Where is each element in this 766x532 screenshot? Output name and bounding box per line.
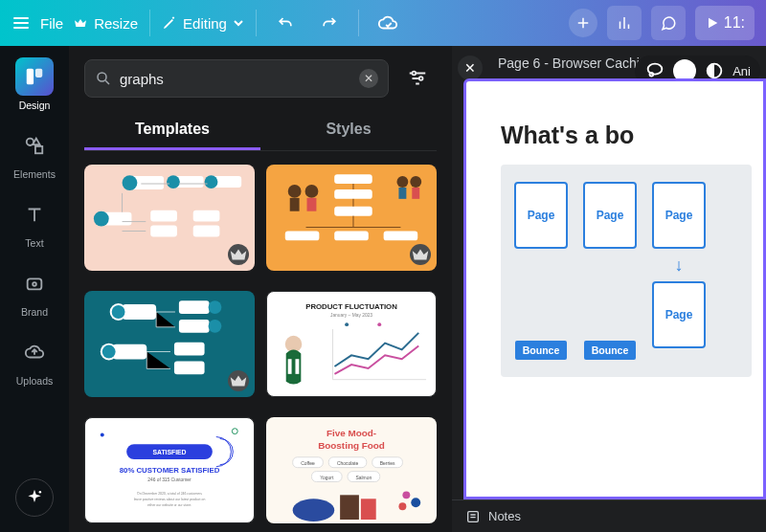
svg-text:leave positive reviews about o: leave positive reviews about our latest …: [134, 498, 206, 501]
svg-rect-19: [150, 226, 177, 237]
tab-styles[interactable]: Styles: [260, 111, 437, 150]
sidebar-item-label: Elements: [13, 168, 56, 180]
sidebar-item-label: Design: [19, 100, 51, 111]
svg-point-15: [205, 175, 218, 188]
resize-label: Resize: [94, 15, 138, 32]
pro-badge: [228, 244, 249, 265]
text-icon: [15, 195, 54, 233]
sidebar-item-brand[interactable]: Brand: [6, 264, 63, 318]
notes-label: Notes: [488, 509, 521, 523]
comment-button[interactable]: [651, 6, 686, 40]
design-icon: [15, 57, 54, 96]
svg-point-17: [94, 211, 109, 227]
svg-rect-0: [27, 69, 34, 85]
topbar: File Resize Editing 11:: [0, 0, 766, 46]
bounce-badge: Bounce: [515, 341, 568, 360]
sidebar-item-magic[interactable]: [6, 478, 63, 517]
svg-text:Yogurt: Yogurt: [320, 476, 334, 480]
present-button[interactable]: 11:: [695, 6, 755, 40]
sparkle-icon: [15, 478, 54, 517]
svg-rect-18: [150, 211, 177, 222]
svg-rect-41: [179, 320, 210, 333]
editing-mode[interactable]: Editing: [162, 15, 244, 32]
page-card: Page: [652, 182, 706, 249]
divider: [149, 10, 150, 36]
sidebar-item-label: Brand: [21, 306, 48, 318]
elements-icon: [15, 126, 54, 165]
sidebar: Design Elements Text Brand Uploads: [0, 46, 69, 532]
sidebar-item-text[interactable]: Text: [6, 195, 63, 249]
svg-text:Chocolate: Chocolate: [337, 461, 358, 466]
svg-point-28: [288, 185, 302, 198]
template-thumb[interactable]: [84, 165, 255, 271]
template-thumb[interactable]: [266, 165, 437, 271]
filter-button[interactable]: [398, 59, 437, 98]
svg-rect-24: [334, 207, 372, 216]
svg-rect-43: [113, 344, 147, 360]
svg-point-81: [398, 502, 406, 510]
sidebar-item-label: Text: [25, 237, 43, 249]
notes-icon: [465, 509, 481, 524]
sidebar-item-design[interactable]: Design: [6, 57, 63, 111]
svg-point-40: [209, 300, 222, 314]
svg-rect-78: [361, 499, 376, 520]
canvas-area: ✕ Ani Page 6 - Browser Caching expl... W…: [452, 46, 766, 532]
resize-button[interactable]: Resize: [73, 15, 138, 32]
analytics-button[interactable]: [607, 6, 642, 40]
svg-rect-3: [35, 146, 42, 153]
present-label: 11:: [724, 14, 745, 32]
svg-rect-22: [334, 174, 372, 184]
svg-rect-77: [340, 495, 359, 520]
svg-text:PRODUCT FLUCTUATION: PRODUCT FLUCTUATION: [305, 302, 397, 311]
template-thumb[interactable]: PRODUCT FLUCTUATIONJanuary – May 2023: [266, 291, 437, 397]
svg-rect-33: [398, 188, 406, 199]
svg-rect-23: [334, 189, 372, 199]
divider: [358, 10, 359, 36]
svg-point-32: [396, 176, 408, 188]
template-thumb[interactable]: SATISFIED80% CUSTOMER SATISFIED246 of 31…: [84, 417, 255, 523]
pro-badge: [228, 370, 249, 391]
pro-badge: [410, 244, 431, 265]
svg-text:80% CUSTOMER SATISFIED: 80% CUSTOMER SATISFIED: [120, 466, 220, 475]
crown-icon: [73, 15, 88, 31]
svg-point-8: [413, 72, 417, 76]
cloud-sync-icon[interactable]: [371, 6, 405, 40]
svg-rect-36: [123, 304, 157, 320]
menu-button[interactable]: [11, 13, 31, 33]
svg-point-53: [345, 322, 349, 326]
svg-rect-25: [285, 231, 320, 240]
pencil-icon: [162, 15, 177, 31]
canvas[interactable]: What's a bo Page Bounce Page Bounce Page: [463, 78, 766, 499]
svg-point-5: [33, 282, 36, 286]
page-card: Page: [652, 281, 706, 348]
svg-text:January – May 2023: January – May 2023: [330, 313, 372, 318]
template-thumb[interactable]: [84, 291, 255, 397]
close-panel-button[interactable]: ✕: [458, 55, 483, 80]
templates-panel: ✕ Templates Styles PRODUCT: [69, 46, 452, 532]
svg-text:Coffee: Coffee: [301, 461, 315, 466]
search-input-container: ✕: [84, 59, 389, 98]
notes-bar[interactable]: Notes: [452, 499, 766, 532]
template-thumb[interactable]: Five Mood-Boosting FoodCoffeeChocolateBe…: [266, 417, 437, 523]
search-input[interactable]: [120, 71, 351, 87]
slide-heading: What's a bo: [501, 122, 752, 149]
animate-button[interactable]: Ani: [732, 64, 751, 78]
file-menu[interactable]: File: [40, 15, 63, 32]
redo-button[interactable]: [312, 6, 347, 40]
undo-button[interactable]: [268, 6, 303, 40]
svg-text:On December 2023, a total of 2: On December 2023, a total of 246 custome…: [137, 492, 202, 496]
arrow-down-icon: ↓: [675, 258, 684, 272]
templates-grid: PRODUCT FLUCTUATIONJanuary – May 2023 SA…: [84, 151, 437, 532]
svg-text:Boosting Food: Boosting Food: [318, 440, 385, 451]
tab-templates[interactable]: Templates: [84, 111, 260, 150]
uploads-icon: [15, 333, 54, 371]
svg-text:Berries: Berries: [380, 461, 395, 466]
sidebar-item-elements[interactable]: Elements: [6, 126, 63, 180]
add-button[interactable]: [569, 9, 597, 37]
clear-search-button[interactable]: ✕: [359, 69, 378, 88]
svg-rect-39: [179, 300, 210, 314]
svg-point-79: [402, 491, 410, 499]
sidebar-item-uploads[interactable]: Uploads: [6, 333, 63, 387]
svg-point-11: [123, 175, 138, 190]
svg-point-42: [209, 320, 222, 333]
